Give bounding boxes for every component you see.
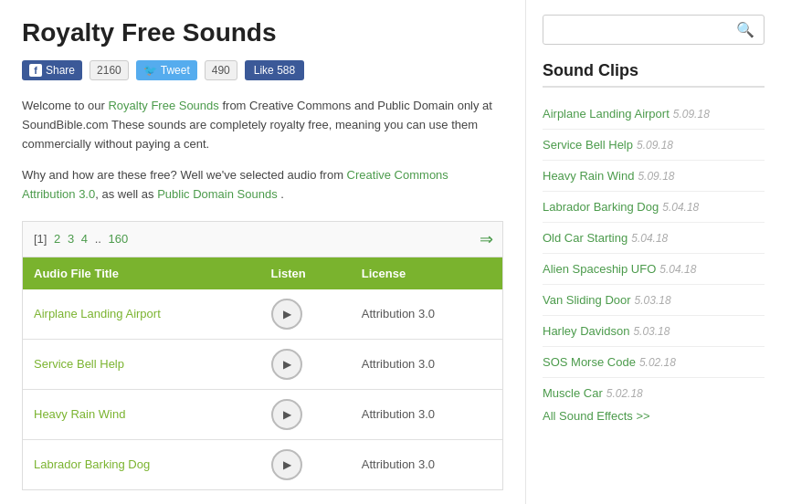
table-nav: [1] 2 3 4 .. 160 ⇒ xyxy=(23,222,502,257)
audio-title-link[interactable]: Heavy Rain Wind xyxy=(34,407,125,421)
clip-link[interactable]: Service Bell Help xyxy=(543,138,633,152)
clip-date: 5.04.18 xyxy=(631,232,668,245)
intro-paragraph: Welcome to our Royalty Free Sounds from … xyxy=(22,97,503,153)
list-item: Old Car Starting5.04.18 xyxy=(543,223,765,254)
current-page: [1] xyxy=(34,232,47,246)
audio-license-cell: Attribution 3.0 xyxy=(351,389,502,439)
audio-title-cell: Service Bell Help xyxy=(23,339,260,389)
page-title: Royalty Free Sounds xyxy=(22,18,503,47)
audio-license-cell: Attribution 3.0 xyxy=(351,289,502,340)
clip-date: 5.04.18 xyxy=(662,201,699,214)
li-label: Like 588 xyxy=(254,64,295,77)
audio-title-cell: Labrador Barking Dog xyxy=(23,439,260,489)
audio-play-cell xyxy=(260,439,351,489)
fb-label: Share xyxy=(46,64,75,77)
clip-date: 5.02.18 xyxy=(639,356,676,369)
audio-title-cell: Heavy Rain Wind xyxy=(23,389,260,439)
pagination: [1] 2 3 4 .. 160 xyxy=(32,232,130,246)
page-2-link[interactable]: 2 xyxy=(54,232,60,246)
list-item: Service Bell Help5.09.18 xyxy=(543,130,765,161)
col-license: License xyxy=(351,257,502,289)
play-button[interactable] xyxy=(271,449,302,480)
public-domain-link[interactable]: Public Domain Sounds xyxy=(157,187,278,201)
audio-table-wrapper: [1] 2 3 4 .. 160 ⇒ Audio File Title List… xyxy=(22,221,503,490)
audio-license-cell: Attribution 3.0 xyxy=(351,439,502,489)
social-bar: f Share 2160 🐦 Tweet 490 Like 588 xyxy=(22,60,503,80)
sidebar-section-title: Sound Clips xyxy=(543,61,765,88)
list-item: Harley Davidson5.03.18 xyxy=(543,316,765,347)
clip-list: Airplane Landing Airport5.09.18Service B… xyxy=(543,99,765,408)
list-item: Labrador Barking Dog5.04.18 xyxy=(543,192,765,223)
clip-link[interactable]: SOS Morse Code xyxy=(543,355,636,369)
audio-title-cell: Airplane Landing Airport xyxy=(23,289,260,340)
clip-date: 5.03.18 xyxy=(633,325,670,338)
clip-link[interactable]: Muscle Car xyxy=(543,386,603,400)
search-bar: 🔍 xyxy=(543,15,765,45)
why-paragraph: Why and how are these free? Well we've s… xyxy=(22,166,503,205)
linkedin-like-button[interactable]: Like 588 xyxy=(245,60,304,80)
list-item: SOS Morse Code5.02.18 xyxy=(543,347,765,378)
list-item: Heavy Rain Wind5.09.18 xyxy=(543,161,765,192)
audio-license-cell: Attribution 3.0 xyxy=(351,339,502,389)
clip-date: 5.02.18 xyxy=(606,387,643,400)
audio-table: Audio File Title Listen License Airplane… xyxy=(23,257,502,489)
main-content: Royalty Free Sounds f Share 2160 🐦 Tweet… xyxy=(0,0,525,504)
play-button[interactable] xyxy=(271,299,302,330)
clip-link[interactable]: Heavy Rain Wind xyxy=(543,169,634,183)
all-effects-link[interactable]: All Sound Effects >> xyxy=(543,409,650,423)
clip-link[interactable]: Alien Spaceship UFO xyxy=(543,262,656,276)
facebook-share-button[interactable]: f Share xyxy=(22,60,82,80)
clip-link[interactable]: Labrador Barking Dog xyxy=(543,200,659,214)
page-3-link[interactable]: 3 xyxy=(68,232,74,246)
sidebar: 🔍 Sound Clips Airplane Landing Airport5.… xyxy=(525,0,781,504)
table-row: Airplane Landing Airport Attribution 3.0 xyxy=(23,289,502,340)
table-row: Service Bell Help Attribution 3.0 xyxy=(23,339,502,389)
audio-play-cell xyxy=(260,289,351,340)
list-item: Airplane Landing Airport5.09.18 xyxy=(543,99,765,130)
clip-link[interactable]: Old Car Starting xyxy=(543,231,627,245)
col-title: Audio File Title xyxy=(23,257,260,289)
facebook-icon: f xyxy=(29,64,42,77)
search-button[interactable]: 🔍 xyxy=(727,16,764,44)
page-ellipsis: .. xyxy=(95,232,101,246)
search-input[interactable] xyxy=(543,16,727,43)
list-item: Muscle Car5.02.18 xyxy=(543,378,765,408)
next-page-button[interactable]: ⇒ xyxy=(480,229,493,249)
clip-link[interactable]: Harley Davidson xyxy=(543,324,629,338)
clip-date: 5.09.18 xyxy=(638,170,674,183)
twitter-icon: 🐦 xyxy=(143,64,157,77)
fb-count: 2160 xyxy=(90,60,129,80)
table-row: Labrador Barking Dog Attribution 3.0 xyxy=(23,439,502,489)
play-button[interactable] xyxy=(271,349,302,380)
audio-play-cell xyxy=(260,389,351,439)
clip-date: 5.09.18 xyxy=(673,108,710,121)
list-item: Alien Spaceship UFO5.04.18 xyxy=(543,254,765,285)
tw-label: Tweet xyxy=(161,64,190,77)
audio-title-link[interactable]: Labrador Barking Dog xyxy=(34,457,150,471)
table-row: Heavy Rain Wind Attribution 3.0 xyxy=(23,389,502,439)
clip-date: 5.03.18 xyxy=(635,294,671,307)
clip-date: 5.09.18 xyxy=(637,139,673,152)
audio-play-cell xyxy=(260,339,351,389)
page-160-link[interactable]: 160 xyxy=(109,232,129,246)
page-4-link[interactable]: 4 xyxy=(81,232,88,246)
clip-date: 5.04.18 xyxy=(659,263,696,276)
clip-link[interactable]: Airplane Landing Airport xyxy=(543,107,670,121)
col-listen: Listen xyxy=(260,257,351,289)
audio-title-link[interactable]: Airplane Landing Airport xyxy=(34,307,161,320)
play-button[interactable] xyxy=(271,399,302,430)
audio-title-link[interactable]: Service Bell Help xyxy=(34,357,124,371)
list-item: Van Sliding Door5.03.18 xyxy=(543,285,765,316)
royalty-free-sounds-link[interactable]: Royalty Free Sounds xyxy=(108,99,218,112)
twitter-tweet-button[interactable]: 🐦 Tweet xyxy=(136,60,197,80)
tw-count: 490 xyxy=(205,60,237,80)
clip-link[interactable]: Van Sliding Door xyxy=(543,293,631,307)
table-header-row: Audio File Title Listen License xyxy=(23,257,502,289)
